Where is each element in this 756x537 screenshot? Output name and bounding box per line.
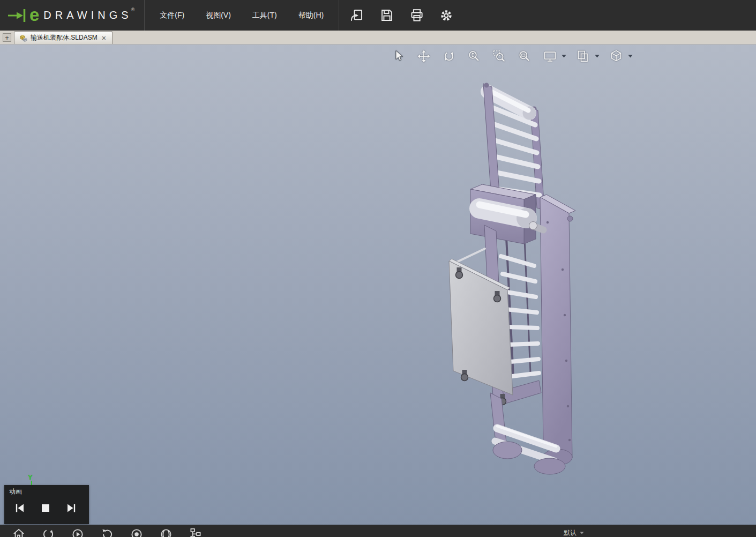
markup-views-dropdown[interactable] bbox=[593, 48, 601, 64]
select-cursor-icon bbox=[392, 49, 406, 63]
animation-icon bbox=[71, 527, 85, 537]
menu-view[interactable]: 视图(V) bbox=[195, 7, 242, 24]
axis-y-label: Y bbox=[28, 473, 33, 481]
menu-help[interactable]: 帮助(H) bbox=[288, 7, 334, 24]
menu-file[interactable]: 文件(F) bbox=[149, 7, 195, 24]
record-button[interactable] bbox=[129, 525, 144, 537]
zoom-icon bbox=[467, 49, 481, 63]
display-style-button[interactable] bbox=[542, 48, 558, 64]
view-orientation-cube-icon bbox=[609, 49, 623, 63]
print-button[interactable] bbox=[408, 7, 425, 24]
logo-e: e bbox=[29, 6, 39, 24]
open-file-icon bbox=[349, 8, 364, 23]
pan-icon bbox=[417, 49, 431, 63]
settings-button[interactable] bbox=[438, 7, 455, 24]
save-icon bbox=[379, 8, 394, 23]
tab-title: 输送机装配体.SLDASM bbox=[31, 33, 98, 42]
view-orientation-dropdown[interactable] bbox=[626, 48, 634, 64]
save-button[interactable] bbox=[378, 7, 395, 24]
view-toolbar bbox=[391, 48, 641, 64]
menubar: 文件(F) 视图(V) 工具(T) 帮助(H) bbox=[144, 0, 339, 31]
header-toolbar bbox=[339, 0, 463, 31]
configuration-label: 默认 bbox=[564, 528, 577, 537]
chevron-down-icon bbox=[628, 55, 633, 58]
select-button[interactable] bbox=[391, 48, 407, 64]
zoom-fit-icon bbox=[518, 49, 532, 63]
assembly-tree-icon bbox=[189, 527, 203, 537]
stop-icon bbox=[39, 502, 52, 514]
open-file-button[interactable] bbox=[348, 7, 365, 24]
zoom-button[interactable] bbox=[466, 48, 482, 64]
zoom-fit-button[interactable] bbox=[517, 48, 533, 64]
pan-button[interactable] bbox=[416, 48, 432, 64]
animation-button[interactable] bbox=[70, 525, 85, 537]
edrawings-arrow-icon bbox=[7, 4, 27, 27]
chevron-down-icon bbox=[580, 532, 584, 534]
record-icon bbox=[130, 527, 144, 537]
previous-frame-button[interactable] bbox=[13, 501, 27, 515]
configuration-selector[interactable]: 默认 bbox=[564, 528, 584, 537]
app-logo: e DRAWINGS ® bbox=[0, 0, 144, 31]
conveyor-3d-model[interactable] bbox=[0, 44, 756, 525]
display-mode-icon bbox=[159, 527, 173, 537]
markup-views-button[interactable] bbox=[575, 48, 591, 64]
animation-panel-title: 动画 bbox=[4, 485, 89, 497]
previous-frame-icon bbox=[13, 502, 26, 514]
reset-view-button[interactable] bbox=[100, 525, 115, 537]
assembly-tree-button[interactable] bbox=[188, 525, 203, 537]
chevron-down-icon bbox=[562, 55, 566, 58]
view-orientation-button[interactable] bbox=[608, 48, 624, 64]
tab-close-icon[interactable]: × bbox=[101, 35, 107, 41]
continuous-play-button[interactable] bbox=[41, 525, 56, 537]
assembly-icon bbox=[19, 34, 27, 42]
home-button[interactable] bbox=[11, 525, 26, 537]
settings-gear-icon bbox=[439, 8, 454, 23]
chevron-down-icon bbox=[595, 55, 600, 58]
display-style-dropdown[interactable] bbox=[560, 48, 567, 64]
reset-view-icon bbox=[100, 527, 114, 537]
animation-panel: 动画 bbox=[4, 485, 89, 524]
home-icon bbox=[12, 527, 26, 537]
title-bar: e DRAWINGS ® 文件(F) 视图(V) 工具(T) 帮助(H) bbox=[0, 0, 756, 31]
continuous-play-icon bbox=[41, 527, 55, 537]
rotate-button[interactable] bbox=[441, 48, 457, 64]
print-icon bbox=[409, 8, 424, 23]
tab-bar: + 输送机装配体.SLDASM × bbox=[0, 31, 756, 44]
model-viewport[interactable]: Y 动画 bbox=[0, 44, 756, 525]
new-tab-button[interactable]: + bbox=[3, 33, 11, 42]
display-mode-button[interactable] bbox=[159, 525, 174, 537]
zoom-area-button[interactable] bbox=[491, 48, 507, 64]
menu-tools[interactable]: 工具(T) bbox=[242, 7, 288, 24]
markup-views-icon bbox=[576, 49, 590, 63]
next-frame-icon bbox=[65, 502, 78, 514]
zoom-area-icon bbox=[492, 49, 506, 63]
bottom-toolbar: 默认 bbox=[0, 525, 756, 537]
display-style-icon bbox=[543, 49, 557, 64]
animation-controls bbox=[4, 497, 89, 515]
logo-registered-mark: ® bbox=[131, 7, 135, 12]
rotate-icon bbox=[442, 49, 456, 63]
tab-conveyor-assembly[interactable]: 输送机装配体.SLDASM × bbox=[14, 31, 113, 44]
next-frame-button[interactable] bbox=[64, 501, 78, 515]
logo-name: DRAWINGS bbox=[43, 9, 132, 21]
stop-button[interactable] bbox=[39, 501, 53, 515]
